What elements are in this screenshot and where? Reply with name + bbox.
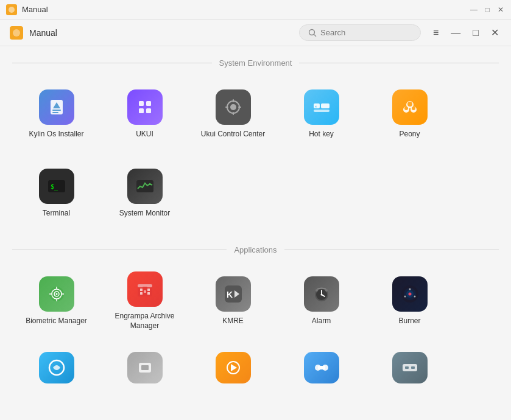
- title-close-button[interactable]: ✕: [496, 5, 505, 14]
- svg-rect-66: [141, 365, 149, 370]
- biometric-label: Biometric Manager: [26, 317, 87, 326]
- app-partial-5[interactable]: [365, 347, 454, 396]
- app-terminal[interactable]: $_ Terminal: [12, 154, 100, 233]
- svg-rect-11: [146, 108, 151, 113]
- svg-rect-14: [233, 99, 234, 102]
- svg-rect-6: [52, 110, 61, 111]
- app-biometric-manager[interactable]: Biometric Manager: [12, 262, 100, 341]
- app-bar: Manual ≡ — □ ✕: [0, 19, 511, 46]
- content-area: System Environment Kylin Os Installer: [0, 46, 511, 420]
- hotkey-label: Hot key: [309, 130, 334, 139]
- menu-button[interactable]: ≡: [431, 25, 441, 41]
- svg-point-34: [55, 293, 57, 295]
- partial-icon-2: [127, 352, 163, 383]
- svg-point-26: [412, 107, 415, 110]
- system-environment-grid: Kylin Os Installer UKUI: [12, 75, 499, 233]
- svg-rect-70: [318, 366, 325, 369]
- svg-rect-41: [143, 287, 147, 289]
- svg-rect-10: [139, 108, 144, 113]
- svg-rect-72: [405, 366, 409, 369]
- app-partial-2[interactable]: [100, 347, 189, 396]
- app-engrampa[interactable]: Engrampa Archive Manager: [100, 262, 189, 341]
- app-logo: [10, 26, 23, 40]
- svg-rect-7: [52, 112, 58, 113]
- app-ukui[interactable]: UKUI: [100, 75, 189, 154]
- terminal-icon: $_: [39, 169, 74, 204]
- burner-label: Burner: [398, 317, 420, 326]
- minimize-button[interactable]: —: [448, 25, 463, 41]
- hotkey-icon: ⌘: [304, 89, 339, 125]
- peony-label: Peony: [399, 130, 420, 139]
- applications-grid: Biometric Manager Engrampa Archive Manag…: [12, 262, 499, 341]
- app-kmre[interactable]: K KMRE: [189, 262, 277, 341]
- svg-point-63: [404, 296, 406, 298]
- svg-point-56: [325, 289, 328, 292]
- title-minimize-button[interactable]: —: [470, 5, 478, 14]
- svg-rect-15: [233, 112, 234, 115]
- ukui-control-label: Ukui Control Center: [201, 130, 265, 139]
- svg-point-55: [315, 289, 318, 292]
- maximize-button[interactable]: □: [470, 25, 481, 41]
- app-burner[interactable]: Burner: [365, 262, 454, 341]
- system-monitor-icon: [127, 169, 163, 204]
- app-ukui-control-center[interactable]: Ukui Control Center: [189, 75, 277, 154]
- applications-title: Applications: [234, 245, 277, 254]
- svg-line-3: [314, 34, 316, 37]
- title-bar-icon: [6, 4, 17, 15]
- svg-rect-42: [140, 289, 143, 291]
- system-monitor-label: System Monitor: [119, 209, 170, 219]
- svg-rect-71: [403, 364, 417, 371]
- svg-point-0: [9, 7, 15, 13]
- partial-icon-5: [392, 352, 428, 383]
- kmre-icon: K: [216, 276, 251, 312]
- search-container[interactable]: [299, 24, 421, 41]
- svg-rect-17: [238, 107, 241, 108]
- engrampa-label: Engrampa Archive Manager: [105, 312, 184, 331]
- alarm-icon: [304, 276, 339, 312]
- svg-rect-9: [146, 101, 151, 106]
- svg-point-60: [408, 293, 411, 296]
- alarm-label: Alarm: [312, 317, 331, 326]
- svg-text:K: K: [227, 290, 233, 299]
- svg-point-2: [309, 29, 314, 35]
- app-bar-actions: ≡ — □ ✕: [431, 24, 501, 41]
- svg-rect-16: [225, 107, 228, 108]
- kylin-os-icon: [39, 89, 74, 125]
- app-alarm[interactable]: Alarm: [277, 262, 365, 341]
- engrampa-icon: [127, 271, 163, 307]
- app-partial-1[interactable]: [12, 347, 100, 396]
- svg-point-62: [414, 296, 415, 298]
- divider-right: [299, 63, 499, 63]
- search-input[interactable]: [320, 28, 406, 37]
- title-bar-title: Manual: [22, 5, 470, 14]
- terminal-label: Terminal: [43, 209, 70, 219]
- app-system-monitor[interactable]: System Monitor: [100, 154, 189, 233]
- svg-rect-8: [139, 101, 144, 106]
- partial-icon-3: [216, 352, 251, 383]
- svg-rect-44: [140, 292, 143, 295]
- biometric-icon: [39, 276, 74, 312]
- svg-point-25: [404, 107, 408, 110]
- app-peony[interactable]: Peony: [365, 75, 454, 154]
- close-button[interactable]: ✕: [488, 24, 501, 41]
- burner-icon: [392, 276, 428, 312]
- ukui-control-icon: [216, 89, 251, 125]
- app-partial-3[interactable]: [189, 347, 277, 396]
- app-kylin-os-installer[interactable]: Kylin Os Installer: [12, 75, 100, 154]
- svg-point-54: [320, 294, 322, 296]
- peony-icon: [392, 89, 428, 125]
- svg-point-27: [407, 102, 412, 107]
- app-hotkey[interactable]: ⌘ Hot key: [277, 75, 365, 154]
- applications-divider-right: [284, 250, 499, 250]
- title-bar: Manual — □ ✕: [0, 0, 511, 19]
- svg-rect-43: [147, 289, 150, 291]
- title-bar-controls: — □ ✕: [470, 5, 505, 14]
- svg-rect-20: [314, 110, 330, 112]
- kmre-label: KMRE: [222, 317, 244, 326]
- applications-divider: Applications: [12, 245, 499, 254]
- partial-icon-1: [39, 352, 74, 383]
- svg-text:⌘: ⌘: [315, 105, 317, 108]
- title-maximize-button[interactable]: □: [483, 5, 492, 14]
- system-environment-divider: System Environment: [12, 58, 499, 68]
- app-partial-4[interactable]: [277, 347, 365, 396]
